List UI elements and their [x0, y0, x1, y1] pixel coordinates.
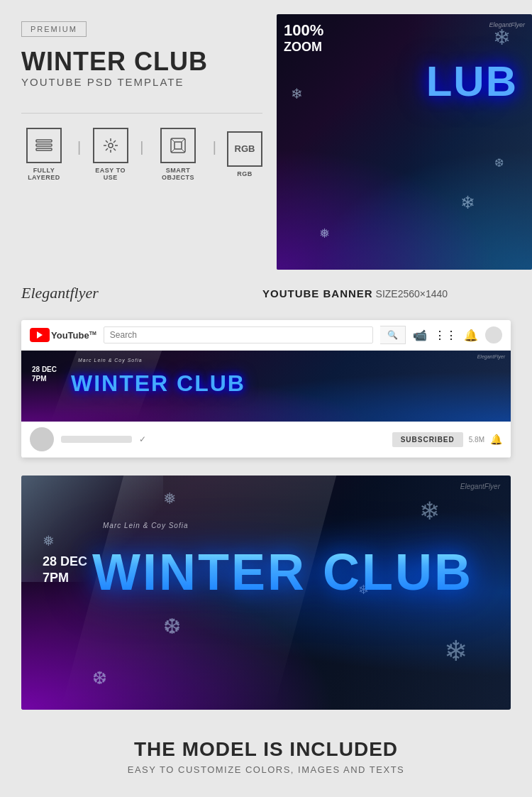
top-section: PREMIUM WINTER CLUB YOUTUBE PSD TEMPLATE…	[0, 0, 532, 270]
youtube-avatar	[485, 326, 502, 343]
youtube-camera-icon: 📹	[413, 329, 427, 342]
youtube-navbar: YouTubeTM 🔍 📹 ⋮⋮ 🔔	[21, 320, 511, 351]
rgb-icon: RGB	[227, 131, 262, 167]
bottom-section: THE MODEL IS INCLUDED EASY TO CUSTOMIZE …	[0, 724, 532, 796]
preview-banner-image: ❄ ❄ ❄ ❅ ❆ 100% ZOOM LUB ElegantFlyer	[277, 14, 532, 270]
middle-bar: Elegantflyer YOUTUBE BANNER SIZE2560×144…	[0, 270, 532, 313]
youtube-search-input[interactable]	[104, 326, 373, 343]
page-title: WINTER CLUB	[21, 48, 208, 76]
bottom-subtitle: EASY TO CUSTOMIZE COLORS, IMAGES AND TEX…	[21, 764, 511, 775]
feature-label-rgb: RGB	[237, 170, 253, 177]
divider	[21, 113, 262, 114]
lb-watermark: ElegantFlyer	[460, 483, 500, 490]
banner-type: YOUTUBE BANNER	[262, 287, 373, 299]
youtube-logo: YouTubeTM	[30, 328, 96, 342]
lb-event-title: WINTER CLUB	[92, 543, 473, 601]
layers-icon	[26, 128, 62, 163]
wand-icon	[93, 128, 128, 163]
feature-label-layers: FULLY LAYERED	[21, 167, 67, 181]
yt-banner-event-sub: Marc Lein & Coy Sofia	[78, 358, 143, 363]
page-subtitle: YOUTUBE PSD TEMPLATE	[21, 76, 184, 88]
feature-rgb: RGB RGB	[227, 131, 262, 177]
youtube-logo-text: YouTubeTM	[51, 330, 96, 341]
feature-easy-to-use: EASY TO USE	[92, 128, 129, 181]
channel-name-bar	[61, 436, 132, 443]
svg-rect-0	[36, 148, 52, 150]
svg-line-10	[106, 148, 108, 150]
yt-banner-title: WINTER CLUB	[71, 370, 245, 397]
channel-avatar	[30, 427, 54, 451]
channel-bell-icon[interactable]: 🔔	[490, 434, 502, 445]
bottom-title: THE MODEL IS INCLUDED	[21, 738, 511, 761]
svg-line-7	[106, 141, 108, 143]
svg-line-8	[113, 148, 116, 150]
youtube-logo-icon	[30, 328, 50, 342]
zoom-badge: 100% ZOOM	[284, 21, 323, 55]
svg-rect-13	[174, 142, 182, 149]
yt-banner-date: 28 DEC 7PM	[32, 365, 57, 383]
elegantflyer-logo: Elegantflyer	[21, 284, 262, 302]
zoom-label: ZOOM	[284, 40, 323, 55]
large-banner-wrapper: ❄ ❅ ❄ ❆ ❄ ❅ ❆ Marc Lein & Coy Sofia 28 D…	[0, 465, 532, 724]
feature-smart-objects: SMART OBJECTS	[154, 128, 201, 181]
subscribe-area: SUBSCRIBED 5.8M 🔔	[392, 432, 502, 447]
premium-badge: PREMIUM	[21, 21, 87, 37]
subscriber-count: 5.8M	[469, 436, 484, 444]
svg-point-11	[109, 143, 113, 148]
subscribe-button[interactable]: SUBSCRIBED	[392, 432, 463, 447]
large-banner: ❄ ❅ ❄ ❆ ❄ ❅ ❆ Marc Lein & Coy Sofia 28 D…	[21, 476, 511, 710]
smartobj-icon	[160, 128, 196, 163]
feature-sep-2: |	[140, 139, 143, 155]
youtube-bell-icon: 🔔	[464, 329, 478, 342]
youtube-mockup: YouTubeTM 🔍 📹 ⋮⋮ 🔔 Marc Lein & Coy Sofia…	[21, 320, 511, 458]
preview-club-text: LUB	[426, 57, 518, 106]
svg-rect-1	[36, 144, 52, 146]
banner-size: SIZE2560×1440	[376, 288, 448, 299]
youtube-grid-icon: ⋮⋮	[434, 329, 457, 342]
banner-info: YOUTUBE BANNER SIZE2560×1440	[262, 287, 448, 299]
lb-event-date: 28 DEC 7PM	[43, 554, 87, 587]
zoom-percent: 100%	[284, 21, 323, 40]
youtube-search-button[interactable]: 🔍	[380, 326, 406, 344]
svg-rect-2	[36, 140, 52, 142]
channel-verified: ✓	[139, 434, 146, 444]
features-row: FULLY LAYERED |	[21, 128, 262, 181]
yt-banner-watermark: ElegantFlyer	[477, 354, 505, 359]
feature-fully-layered: FULLY LAYERED	[21, 128, 67, 181]
youtube-mockup-wrapper: YouTubeTM 🔍 📹 ⋮⋮ 🔔 Marc Lein & Coy Sofia…	[0, 313, 532, 465]
youtube-nav-icons: 📹 ⋮⋮ 🔔	[413, 326, 502, 343]
youtube-channel-bar: ✓ SUBSCRIBED 5.8M 🔔	[21, 422, 511, 458]
left-info: PREMIUM WINTER CLUB YOUTUBE PSD TEMPLATE…	[21, 14, 262, 270]
lb-event-sub: Marc Lein & Coy Sofia	[103, 522, 189, 529]
right-preview: ❄ ❄ ❄ ❅ ❆ 100% ZOOM LUB ElegantFlyer	[277, 14, 532, 270]
feature-sep-1: |	[77, 139, 81, 155]
svg-line-9	[113, 141, 116, 143]
elegantflyer-watermark-preview: ElegantFlyer	[489, 21, 525, 28]
feature-sep-3: |	[213, 139, 216, 155]
feature-label-easy: EASY TO USE	[92, 167, 129, 181]
youtube-banner: Marc Lein & Coy Sofia 28 DEC 7PM WINTER …	[21, 351, 511, 422]
feature-label-smart: SMART OBJECTS	[154, 167, 201, 181]
